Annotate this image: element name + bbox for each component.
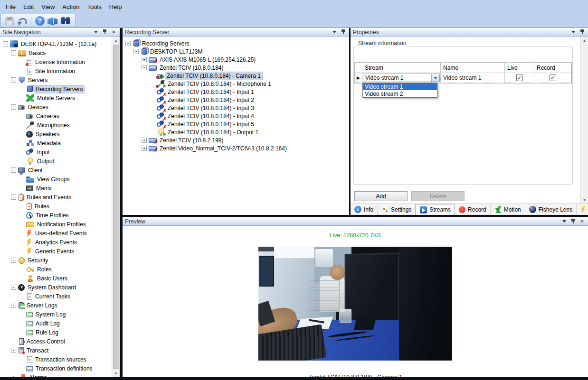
collapse-toggle[interactable]: - — [11, 167, 16, 173]
preview-close[interactable]: ✕ — [579, 218, 586, 224]
scrollbar-thumb[interactable] — [113, 45, 119, 369]
dropdown-option[interactable]: Video stream 2 — [363, 90, 437, 97]
tree-item[interactable]: Matrix — [1, 184, 111, 193]
tree-item[interactable]: -DESKTOP-LL71J3M — [123, 47, 348, 56]
tree-item[interactable]: ✗Zenitel TCIV (10.8.0.184) - Input 3 — [123, 104, 348, 112]
tree-item[interactable]: Input — [1, 148, 111, 157]
tree-item[interactable]: Access Control — [1, 337, 111, 346]
properties-pin[interactable] — [579, 29, 586, 35]
tree-item[interactable]: Microphones — [1, 120, 111, 130]
tab-fisheye-lens[interactable]: Fisheye Lens — [525, 204, 577, 215]
tree-item[interactable]: +✗Zenitel Video_Normal_TCIV-2/TCIV-3 (10… — [123, 144, 348, 152]
site-navigation-dropdown-arrow[interactable] — [92, 29, 99, 35]
documentation-icon[interactable] — [47, 18, 57, 25]
site-navigation-pin[interactable] — [101, 29, 108, 35]
tree-item[interactable]: -DESKTOP-LL71J3M - (12.1a) — [1, 39, 111, 48]
tree-item[interactable]: -Recording Servers — [123, 39, 348, 47]
menu-help[interactable]: Help — [105, 2, 126, 12]
tree-item[interactable]: -Security — [1, 256, 111, 265]
tab-streams[interactable]: Streams — [416, 204, 455, 215]
tree-item[interactable]: -Rules and Events — [1, 193, 111, 202]
collapse-toggle[interactable]: - — [11, 348, 16, 353]
tree-item[interactable]: Current Tasks — [1, 292, 111, 301]
tree-item[interactable]: ✗Zenitel TCIV (10.8.0.184) - Input 5 — [123, 120, 348, 128]
tree-item[interactable]: -Devices — [1, 102, 111, 111]
recording-server-pin[interactable] — [340, 29, 347, 35]
collapse-toggle[interactable]: - — [142, 65, 147, 70]
tab-info[interactable]: Info — [351, 204, 378, 215]
tab-events[interactable]: Events — [577, 204, 588, 215]
stream-table-row[interactable]: ▶Video stream 1Video stream 1✓✓ — [355, 73, 571, 83]
tab-record[interactable]: Record — [455, 204, 491, 215]
collapse-toggle[interactable]: - — [3, 41, 8, 46]
undo-icon[interactable] — [17, 15, 27, 26]
tree-item[interactable]: License Information — [1, 57, 111, 66]
add-button[interactable]: Add — [354, 191, 408, 201]
tree-item[interactable]: Time Profiles — [1, 211, 111, 220]
stream-combobox[interactable]: Video stream 1 — [363, 74, 440, 82]
scroll-up-icon[interactable]: ▲ — [581, 37, 588, 44]
expand-toggle[interactable]: + — [142, 138, 147, 143]
site-navigation-scrollbar[interactable]: ▲ ▼ — [112, 37, 120, 377]
tree-item[interactable]: Analytics Events — [1, 238, 111, 247]
tree-item[interactable]: Cameras — [1, 111, 111, 120]
collapse-toggle[interactable]: - — [11, 303, 16, 308]
tree-item[interactable]: ✗Zenitel TCIV (10.8.0.184) - Input 4 — [123, 112, 348, 120]
help-icon[interactable] — [35, 16, 45, 26]
tree-item[interactable]: View Groups — [1, 175, 111, 184]
tree-item[interactable]: ✗Zenitel TCIV (10.8.0.184) - Input 1 — [123, 88, 348, 96]
tree-item[interactable]: Transaction sources — [1, 355, 111, 364]
properties-scrollbar[interactable]: ▲ ▼ — [580, 37, 588, 204]
expand-toggle[interactable]: + — [11, 375, 16, 377]
menu-edit[interactable]: Edit — [19, 2, 38, 12]
scroll-down-icon[interactable]: ▼ — [112, 370, 120, 377]
tree-item[interactable]: Transaction definitions — [1, 364, 111, 373]
tree-item[interactable]: Metadata — [1, 139, 111, 148]
tree-item[interactable]: Rules — [1, 202, 111, 211]
expand-toggle[interactable]: + — [142, 57, 147, 62]
delete-button[interactable]: Delete — [411, 191, 465, 201]
properties-dropdown-arrow[interactable] — [569, 29, 577, 35]
tree-item[interactable]: Basic Users — [1, 274, 111, 283]
dropdown-option[interactable]: Video stream 1 — [363, 83, 437, 90]
recording-server-dropdown-arrow[interactable] — [331, 29, 338, 35]
preview-pin[interactable] — [569, 218, 577, 224]
tree-item[interactable]: Site Information — [1, 66, 111, 75]
tree-item[interactable]: -Servers — [1, 75, 111, 84]
tree-item[interactable]: +✗AXIS AXIS M1065-L (169.254.126.25) — [123, 56, 348, 64]
tree-item[interactable]: -Transact — [1, 346, 111, 355]
menu-view[interactable]: View — [38, 2, 58, 12]
scroll-up-icon[interactable]: ▲ — [112, 37, 120, 44]
tree-item[interactable]: Generic Events — [1, 247, 111, 256]
record-checkbox[interactable]: ✓ — [550, 74, 556, 81]
live-checkbox[interactable]: ✓ — [516, 74, 523, 81]
collapse-toggle[interactable]: - — [11, 77, 16, 83]
tree-item[interactable]: +Alarms — [1, 373, 111, 377]
save-icon[interactable] — [5, 17, 14, 25]
tree-item[interactable]: -Server Logs — [1, 301, 111, 310]
tab-settings[interactable]: Settings — [378, 204, 416, 215]
tree-item[interactable]: Audit Log — [1, 319, 111, 328]
collapse-toggle[interactable]: - — [11, 104, 16, 110]
tree-item[interactable]: Zenitel TCIV (10.8.0.184) - Camera 1 — [123, 72, 348, 80]
find-icon[interactable] — [60, 15, 71, 26]
tree-item[interactable]: Recording Servers — [1, 84, 111, 93]
site-navigation-close[interactable]: ✕ — [110, 29, 117, 35]
collapse-toggle[interactable]: - — [125, 41, 131, 46]
menu-file[interactable]: File — [2, 2, 19, 12]
scroll-down-icon[interactable]: ▼ — [581, 196, 588, 204]
menu-tools[interactable]: Tools — [83, 2, 105, 12]
tree-item[interactable]: +✗Zenitel TCIV (10.8.2.199) — [123, 136, 348, 144]
collapse-toggle[interactable]: - — [11, 195, 16, 200]
tree-item[interactable]: -Zenitel TCIV (10.8.0.184) — [123, 64, 348, 72]
combobox-dropdown-icon[interactable] — [431, 74, 439, 82]
tree-item[interactable]: Rule Log — [1, 328, 111, 337]
expand-toggle[interactable]: + — [142, 146, 147, 151]
tree-item[interactable]: User-defined Events — [1, 229, 111, 238]
tree-item[interactable]: Mobile Servers — [1, 93, 111, 102]
tab-motion[interactable]: Motion — [491, 204, 525, 215]
collapse-toggle[interactable]: - — [11, 285, 16, 290]
tree-item[interactable]: ✗Zenitel TCIV (10.8.0.184) - Input 2 — [123, 96, 348, 104]
tree-item[interactable]: Zenitel TCIV (10.8.0.184) - Output 1 — [123, 128, 348, 136]
collapse-toggle[interactable]: - — [11, 50, 16, 56]
